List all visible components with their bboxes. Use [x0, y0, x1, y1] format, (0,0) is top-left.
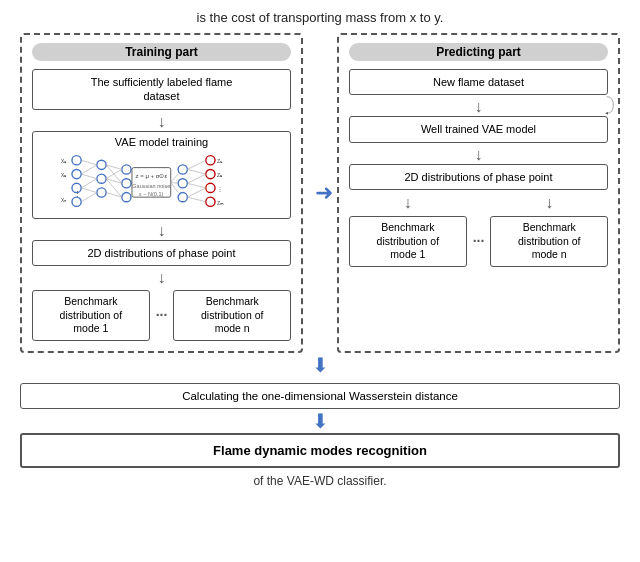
- svg-line-33: [171, 182, 178, 192]
- svg-text:z₁: z₁: [217, 157, 223, 164]
- footer-text: of the VAE-WD classifier.: [253, 474, 386, 488]
- svg-point-36: [206, 183, 215, 192]
- pred-arrow-left: ↓: [349, 195, 467, 211]
- final-box: Flame dynamic modes recognition: [20, 433, 620, 468]
- svg-point-3: [72, 197, 81, 206]
- svg-text:xₙ: xₙ: [61, 195, 67, 202]
- predicting-panel: Predicting part New flame dataset ↓ Well…: [337, 33, 620, 353]
- vae-diagram: ⋮: [37, 151, 286, 211]
- curved-arrow-icon: [600, 95, 620, 115]
- predicting-bench-2: Benchmark distribution of mode n: [490, 216, 608, 267]
- svg-point-16: [122, 192, 131, 201]
- svg-point-14: [122, 164, 131, 173]
- svg-point-37: [206, 197, 215, 206]
- intro-text: is the cost of transporting mass from x …: [197, 10, 444, 25]
- svg-text:Gaussian noise: Gaussian noise: [132, 183, 170, 189]
- svg-text:⋮: ⋮: [217, 184, 223, 191]
- svg-line-38: [187, 160, 205, 169]
- svg-line-22: [106, 178, 122, 196]
- svg-line-11: [81, 174, 97, 179]
- svg-line-39: [187, 169, 205, 174]
- svg-point-1: [72, 169, 81, 178]
- wasserstein-box: Calculating the one-dimensional Wasserst…: [20, 383, 620, 409]
- svg-line-40: [187, 174, 205, 183]
- svg-text:z = μ + σ⊙ε: z = μ + σ⊙ε: [136, 172, 168, 178]
- blue-arrow-final: ⬇: [20, 411, 620, 431]
- svg-line-12: [81, 188, 97, 193]
- arrow-down-1: ↓: [32, 114, 291, 130]
- training-bench-row: Benchmark distribution of mode 1 ··· Ben…: [32, 290, 291, 341]
- svg-line-10: [81, 178, 97, 187]
- predicting-dots: ···: [471, 233, 487, 249]
- predicting-box3: 2D distributions of phase point: [349, 164, 608, 190]
- svg-point-29: [178, 178, 187, 187]
- svg-text:z₂: z₂: [217, 170, 223, 177]
- svg-point-34: [206, 155, 215, 164]
- svg-line-13: [81, 192, 97, 201]
- training-panel-title: Training part: [32, 43, 291, 61]
- training-box3: 2D distributions of phase point: [32, 240, 291, 266]
- vae-title: VAE model training: [37, 136, 286, 148]
- middle-arrow: ➜: [311, 33, 337, 353]
- svg-line-41: [187, 183, 205, 188]
- blue-arrow-wasserstein: ⬇: [312, 355, 329, 375]
- svg-point-15: [122, 178, 131, 187]
- svg-text:x₁: x₁: [61, 157, 67, 164]
- svg-text:x₂: x₂: [61, 170, 67, 177]
- svg-point-0: [72, 155, 81, 164]
- pred-arrow-down-2: ↓: [349, 147, 608, 163]
- training-panel: Training part The sufficiently labeled f…: [20, 33, 303, 353]
- predicting-box1: New flame dataset: [349, 69, 608, 95]
- svg-line-9: [81, 164, 97, 173]
- pred-arrow-right: ↓: [490, 195, 608, 211]
- svg-line-31: [171, 174, 178, 182]
- svg-text:ε ~ N(0,1): ε ~ N(0,1): [139, 191, 163, 197]
- training-box1: The sufficiently labeled flame dataset: [32, 69, 291, 110]
- svg-point-7: [97, 188, 106, 197]
- pred-arrow-down-1: ↓: [349, 99, 608, 115]
- main-diagram: is the cost of transporting mass from x …: [20, 10, 620, 488]
- svg-line-32: [171, 182, 178, 183]
- svg-point-28: [178, 164, 187, 173]
- arrow-down-3: ↓: [32, 270, 291, 286]
- svg-text:zₘ: zₘ: [217, 198, 224, 205]
- arrow-down-2: ↓: [32, 223, 291, 239]
- panels-row: Training part The sufficiently labeled f…: [20, 33, 620, 353]
- svg-point-30: [178, 192, 187, 201]
- svg-text:⋮: ⋮: [74, 189, 81, 198]
- training-bench-2: Benchmark distribution of mode n: [173, 290, 291, 341]
- svg-line-8: [81, 160, 97, 165]
- svg-point-6: [97, 174, 106, 183]
- predicting-bench-row: Benchmark distribution of mode 1 ··· Ben…: [349, 216, 608, 267]
- svg-point-35: [206, 169, 215, 178]
- predicting-box2: Well trained VAE model: [349, 116, 608, 142]
- vae-box: VAE model training ⋮: [32, 131, 291, 219]
- right-arrow-icon: ➜: [315, 180, 333, 206]
- svg-point-5: [97, 160, 106, 169]
- svg-line-42: [187, 188, 205, 197]
- predicting-panel-title: Predicting part: [349, 43, 608, 61]
- training-dots: ···: [154, 307, 170, 323]
- training-bench-1: Benchmark distribution of mode 1: [32, 290, 150, 341]
- bottom-section: Calculating the one-dimensional Wasserst…: [20, 383, 620, 468]
- svg-line-19: [106, 164, 122, 182]
- predicting-bench-1: Benchmark distribution of mode 1: [349, 216, 467, 267]
- svg-line-43: [187, 197, 205, 202]
